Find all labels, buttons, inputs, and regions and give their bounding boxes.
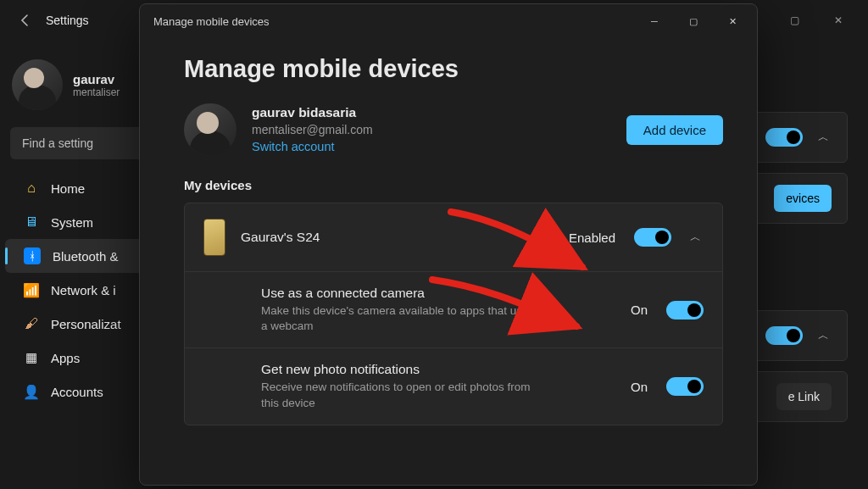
back-button[interactable]	[10, 5, 41, 36]
camera-title: Use as a connected camera	[261, 286, 532, 301]
camera-desc: Make this device's camera available to a…	[261, 303, 532, 334]
add-device-button[interactable]: Add device	[626, 115, 723, 145]
bg-maximize-button[interactable]: ▢	[775, 8, 814, 33]
camera-toggle[interactable]	[666, 301, 704, 320]
modal-titlebar: Manage mobile devices ─ ▢ ✕	[140, 4, 757, 38]
photos-status: On	[631, 380, 648, 394]
device-enabled-toggle[interactable]	[634, 228, 671, 247]
modal-window-title: Manage mobile devices	[153, 15, 270, 28]
chevron-up-icon[interactable]: ︿	[815, 130, 832, 145]
device-card: Gaurav's S24 Enabled ︿ Use as a connecte…	[184, 203, 723, 425]
bg-toggle-2[interactable]	[765, 326, 803, 345]
bluetooth-icon: ᚼ	[24, 247, 41, 264]
settings-title: Settings	[46, 14, 89, 27]
chevron-up-icon[interactable]: ︿	[687, 230, 704, 245]
my-devices-label: My devices	[184, 178, 723, 192]
photos-desc: Receive new notifications to open or edi…	[261, 380, 532, 410]
device-status: Enabled	[569, 231, 615, 245]
device-name: Gaurav's S24	[241, 230, 320, 245]
photos-row: Get new photo notifications Receive new …	[185, 347, 722, 424]
modal-heading: Manage mobile devices	[184, 55, 723, 83]
maximize-button[interactable]: ▢	[674, 8, 713, 35]
bg-toggle-1[interactable]	[765, 128, 803, 147]
account-avatar	[184, 103, 236, 156]
device-row[interactable]: Gaurav's S24 Enabled ︿	[185, 203, 722, 271]
accounts-icon: 👤	[24, 384, 39, 399]
avatar	[12, 59, 63, 110]
apps-icon: ▦	[24, 350, 39, 365]
switch-account-link[interactable]: Switch account	[252, 138, 373, 155]
bg-devices-button[interactable]: evices	[774, 185, 832, 212]
manage-devices-window: Manage mobile devices ─ ▢ ✕ Manage mobil…	[139, 3, 758, 486]
minimize-button[interactable]: ─	[635, 8, 674, 35]
system-icon: 🖥	[24, 214, 39, 230]
camera-row: Use as a connected camera Make this devi…	[185, 271, 722, 347]
bg-link-button[interactable]: e Link	[776, 383, 832, 410]
brush-icon: 🖌	[24, 316, 39, 331]
search-placeholder: Find a setting	[22, 136, 93, 150]
phone-icon	[203, 219, 225, 256]
photos-toggle[interactable]	[666, 377, 704, 396]
account-row: gaurav bidasaria mentaliser@gmail.com Sw…	[184, 103, 723, 156]
wifi-icon: 📶	[24, 282, 39, 297]
bg-close-button[interactable]: ✕	[819, 8, 858, 33]
profile-name: gaurav	[73, 72, 120, 86]
photos-title: Get new photo notifications	[261, 362, 532, 377]
account-name: gaurav bidasaria	[252, 103, 373, 122]
close-button[interactable]: ✕	[713, 8, 752, 35]
camera-status: On	[631, 303, 648, 317]
account-email: mentaliser@gmail.com	[252, 122, 373, 139]
home-icon: ⌂	[24, 181, 39, 196]
chevron-up-icon[interactable]: ︿	[815, 328, 832, 343]
profile-tag: mentaliser	[73, 86, 120, 98]
